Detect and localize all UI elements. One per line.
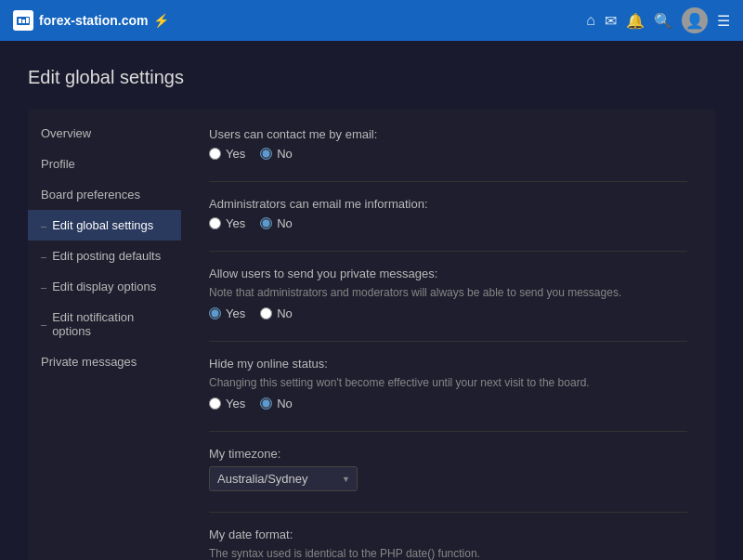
timezone-select[interactable]: Australia/Sydney UTC America/New_York Eu… <box>209 466 358 491</box>
radio-label-no-1: No <box>277 147 293 161</box>
site-logo[interactable]: forex-station.com ⚡ <box>13 10 169 31</box>
search-icon[interactable]: 🔍 <box>654 12 672 30</box>
page-title: Edit global settings <box>28 67 715 88</box>
radio-admin-email-no[interactable]: No <box>260 216 293 230</box>
sidebar-item-edit-posting-defaults[interactable]: – Edit posting defaults <box>28 241 181 271</box>
form-panel: Users can contact me by email: Yes No Ad… <box>181 109 715 560</box>
radio-group-private-messages: Yes No <box>209 306 687 320</box>
radio-label-yes-3: Yes <box>226 306 245 320</box>
logo-icon <box>13 10 33 31</box>
radio-group-hide-online: Yes No <box>209 397 687 410</box>
section-contact-by-email: Users can contact me by email: Yes No <box>209 127 687 161</box>
sidebar-label-edit-notification-options: Edit notification options <box>52 310 168 338</box>
label-hide-online: Hide my online status: <box>209 357 687 371</box>
radio-input-online-no[interactable] <box>260 397 272 410</box>
sidebar-item-profile[interactable]: Profile <box>28 149 181 179</box>
home-icon[interactable]: ⌂ <box>586 12 595 29</box>
radio-pm-yes[interactable]: Yes <box>209 306 245 320</box>
site-header: forex-station.com ⚡ ⌂ ✉ 🔔 🔍 👤 ☰ <box>0 0 743 41</box>
section-private-messages: Allow users to send you private messages… <box>209 267 687 320</box>
radio-group-admin-email: Yes No <box>209 216 687 230</box>
sidebar-item-edit-notification-options[interactable]: – Edit notification options <box>28 302 181 346</box>
radio-online-yes[interactable]: Yes <box>209 397 245 410</box>
radio-contact-email-no[interactable]: No <box>260 147 293 161</box>
sidebar-item-edit-display-options[interactable]: – Edit display options <box>28 271 181 302</box>
sidebar-item-overview[interactable]: Overview <box>28 118 181 149</box>
label-date-format: My date format: <box>209 527 687 541</box>
sidebar-label-profile: Profile <box>41 157 75 171</box>
sublabel-hide-online: Changing this setting won't become effec… <box>209 376 687 389</box>
section-admin-email: Administrators can email me information:… <box>209 197 687 230</box>
menu-icon[interactable]: ☰ <box>717 12 730 30</box>
radio-input-pm-no[interactable] <box>260 307 272 319</box>
divider-3 <box>209 341 687 342</box>
sidebar-label-board-preferences: Board preferences <box>41 188 140 202</box>
sidebar-label-overview: Overview <box>41 126 91 140</box>
radio-label-no-2: No <box>277 216 293 230</box>
radio-input-admin-email-yes[interactable] <box>209 217 221 229</box>
avatar[interactable]: 👤 <box>682 7 708 33</box>
divider-5 <box>209 512 687 513</box>
sidebar-label-edit-posting-defaults: Edit posting defaults <box>52 249 161 263</box>
svg-rect-2 <box>22 20 25 23</box>
radio-pm-no[interactable]: No <box>260 306 293 320</box>
divider-4 <box>209 431 687 432</box>
radio-online-no[interactable]: No <box>260 397 293 410</box>
sidebar-label-edit-display-options: Edit display options <box>52 280 156 293</box>
logo-text: forex-station.com <box>39 13 148 28</box>
dash-icon-posting: – <box>41 251 46 262</box>
radio-label-yes-4: Yes <box>226 397 245 410</box>
sidebar-item-board-preferences[interactable]: Board preferences <box>28 179 181 210</box>
sublabel-private-messages: Note that administrators and moderators … <box>209 286 687 299</box>
divider-1 <box>209 181 687 182</box>
svg-rect-1 <box>19 19 21 23</box>
radio-label-no-3: No <box>277 306 293 320</box>
content-wrapper: Overview Profile Board preferences – Edi… <box>28 109 715 560</box>
sidebar-label-private-messages: Private messages <box>41 355 137 369</box>
dash-icon-global: – <box>41 220 46 231</box>
divider-2 <box>209 251 687 252</box>
sidebar: Overview Profile Board preferences – Edi… <box>28 109 181 560</box>
sidebar-label-edit-global-settings: Edit global settings <box>52 218 153 232</box>
avatar-placeholder: 👤 <box>685 12 704 30</box>
radio-input-pm-yes[interactable] <box>209 307 221 319</box>
radio-label-no-4: No <box>277 397 293 410</box>
sidebar-item-edit-global-settings[interactable]: – Edit global settings <box>28 210 181 241</box>
radio-label-yes-2: Yes <box>226 216 245 230</box>
notification-icon[interactable]: 🔔 <box>626 12 645 30</box>
radio-admin-email-yes[interactable]: Yes <box>209 216 245 230</box>
radio-contact-email-yes[interactable]: Yes <box>209 147 245 161</box>
dash-icon-notification: – <box>41 319 46 330</box>
radio-label-yes-1: Yes <box>226 147 245 161</box>
logo-extra-icon: ⚡ <box>153 13 169 28</box>
section-timezone: My timezone: Australia/Sydney UTC Americ… <box>209 447 687 491</box>
timezone-select-wrapper: Australia/Sydney UTC America/New_York Eu… <box>209 466 358 491</box>
header-icons-group: ⌂ ✉ 🔔 🔍 👤 ☰ <box>586 7 730 33</box>
radio-input-admin-email-no[interactable] <box>260 217 272 229</box>
sidebar-item-private-messages[interactable]: Private messages <box>28 346 181 377</box>
label-private-messages: Allow users to send you private messages… <box>209 267 687 280</box>
label-contact-by-email: Users can contact me by email: <box>209 127 687 141</box>
dash-icon-display: – <box>41 281 46 293</box>
radio-group-contact-email: Yes No <box>209 147 687 161</box>
radio-input-contact-email-no[interactable] <box>260 148 272 160</box>
main-content: Edit global settings Overview Profile Bo… <box>0 41 743 560</box>
label-timezone: My timezone: <box>209 447 687 461</box>
radio-input-contact-email-yes[interactable] <box>209 148 221 160</box>
section-hide-online: Hide my online status: Changing this set… <box>209 357 687 410</box>
radio-input-online-yes[interactable] <box>209 397 221 410</box>
svg-rect-3 <box>26 18 29 23</box>
mail-icon[interactable]: ✉ <box>605 12 617 30</box>
label-admin-email: Administrators can email me information: <box>209 197 687 211</box>
sublabel-date-format: The syntax used is identical to the PHP … <box>209 547 687 560</box>
section-date-format: My date format: The syntax used is ident… <box>209 527 687 560</box>
